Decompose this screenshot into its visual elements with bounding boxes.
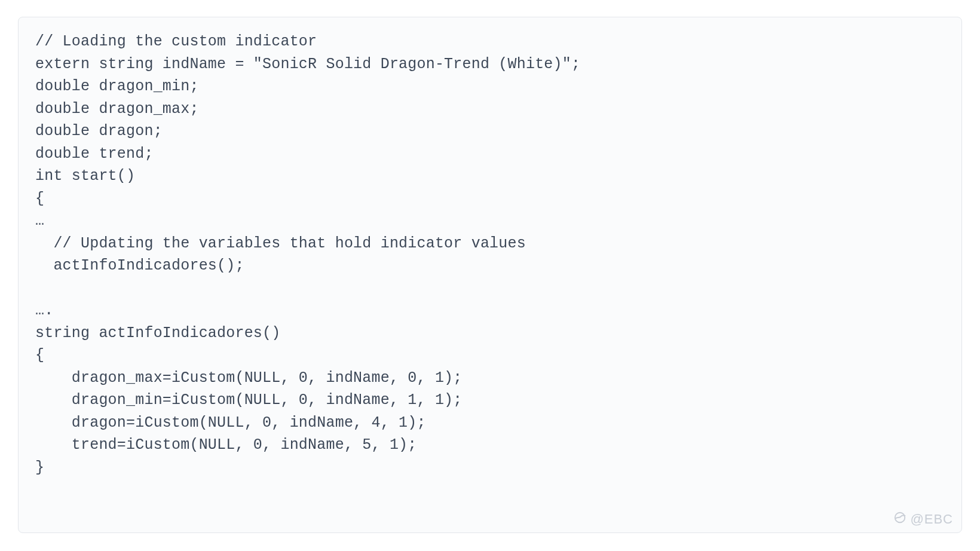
watermark-text: @EBC xyxy=(910,512,953,527)
watermark-icon xyxy=(893,511,906,528)
code-block: // Loading the custom indicator extern s… xyxy=(18,17,962,533)
code-content: // Loading the custom indicator extern s… xyxy=(35,30,945,479)
watermark: @EBC xyxy=(893,511,953,528)
